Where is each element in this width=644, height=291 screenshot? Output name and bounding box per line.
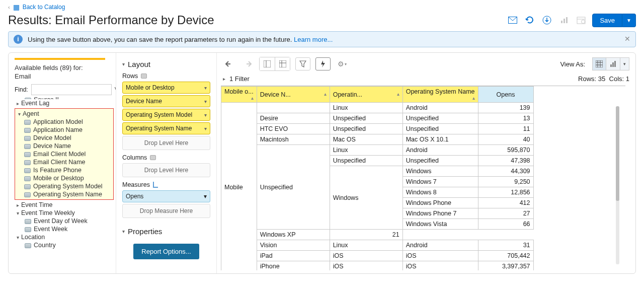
measure-icon [153, 182, 158, 188]
tree-item[interactable]: Country [15, 241, 114, 249]
tree-item[interactable]: Email Client Name [15, 158, 113, 166]
row-header: iOS [403, 261, 478, 271]
tree-item[interactable]: Event Time Weekly [15, 209, 114, 217]
redo-icon[interactable] [241, 57, 254, 70]
tree-item[interactable]: Device Model [15, 134, 113, 142]
tree-item[interactable]: Operating System Model [15, 182, 113, 190]
gear-icon[interactable]: ⚙▾ [336, 57, 349, 70]
info-banner: i Using the save button above, you can s… [8, 31, 636, 47]
row-header: Mac OS X 10.1 [403, 134, 478, 145]
drop-col-level[interactable]: Drop Level Here [122, 163, 210, 177]
drop-measure[interactable]: Drop Measure Here [122, 204, 210, 218]
scrollbar[interactable] [616, 106, 619, 264]
svg-rect-18 [610, 64, 612, 67]
tree-item[interactable]: Event Week [15, 225, 114, 233]
table-row: iPhoneiOSiOS3,397,357 [221, 261, 534, 271]
column-header[interactable]: Device N...▴ [257, 87, 330, 103]
table-row: HTC EVOUnspecifiedUnspecified11 [221, 124, 534, 134]
layout-header[interactable]: ▾ Layout [122, 60, 210, 68]
cell-value: 47,398 [478, 156, 533, 166]
row-header: Unspecified [330, 113, 403, 124]
cell-value: 9,250 [478, 177, 533, 187]
row-header: Linux [330, 103, 403, 113]
tree-item[interactable]: Event Lag [15, 99, 114, 107]
close-icon[interactable]: ✕ [624, 35, 630, 43]
tree-item[interactable]: Mobile or Desktop [15, 174, 113, 182]
row-header: Mobile [221, 103, 257, 271]
schedule-icon[interactable] [575, 14, 587, 26]
tree-item[interactable]: Email Client Model [15, 150, 113, 158]
column-header[interactable]: Opens [478, 87, 533, 103]
cell-value: 705,442 [478, 251, 533, 261]
row-header: Windows Phone [403, 198, 478, 208]
drop-level[interactable]: Drop Level Here [122, 136, 210, 150]
tree-item[interactable]: Is Feature Phone [15, 166, 113, 174]
row-header: iPhone [257, 261, 330, 271]
row-header: Windows XP [257, 230, 330, 240]
back-chevron-icon: ‹ [8, 4, 10, 10]
layout-cols-icon[interactable] [260, 57, 275, 70]
row-header: Vision [257, 240, 330, 251]
fields-tree[interactable]: Source IIEvent Lag Agent Application Mod… [15, 97, 114, 268]
layout-rows-icon[interactable] [275, 57, 290, 70]
column-header[interactable]: Operatin...▴ [330, 87, 403, 103]
tree-item[interactable]: Operating System Name [15, 190, 113, 198]
learn-more-link[interactable]: Learn more... [294, 36, 333, 43]
back-to-catalog-link[interactable]: Back to Catalog [23, 4, 65, 11]
filter-count[interactable]: 1 Filter [229, 75, 250, 83]
row-level-chip[interactable]: Mobile or Desktop▾ [122, 82, 210, 94]
caret-icon: ▾ [122, 229, 125, 234]
column-header[interactable]: Operating System Name▴ [403, 87, 478, 103]
row-header: Mac OS [330, 134, 403, 145]
tree-item[interactable]: Application Name [15, 126, 113, 134]
cell-value: 27 [478, 208, 533, 219]
row-level-chip[interactable]: Operating System Model▾ [122, 109, 210, 121]
undo-icon[interactable] [223, 57, 236, 70]
row-header: Unspecified [257, 145, 330, 230]
cell-value: 44,309 [478, 166, 533, 177]
table-row: MobileLinuxAndroid139 [221, 103, 534, 113]
table-row: UnspecifiedLinuxAndroid595,870 [221, 145, 534, 156]
cell-value: 3,397,357 [478, 261, 533, 271]
row-header: iOS [403, 251, 478, 261]
filter-caret[interactable]: ▸ [223, 76, 225, 82]
email-icon[interactable] [507, 14, 519, 26]
chart-icon[interactable] [558, 14, 570, 26]
measure-chip[interactable]: Opens▾ [122, 190, 210, 202]
catalog-icon: ▦ [13, 3, 20, 11]
row-level-chip[interactable]: Device Name▾ [122, 95, 210, 107]
filter-icon[interactable] [295, 57, 310, 70]
tree-agent[interactable]: Agent [15, 110, 113, 118]
agent-group: Agent Application ModelApplication NameD… [15, 108, 114, 200]
cell-value: 595,870 [478, 145, 533, 156]
report-options-button[interactable]: Report Options... [133, 244, 199, 259]
table-row: DesireUnspecifiedUnspecified13 [221, 113, 534, 124]
find-input[interactable] [31, 84, 112, 95]
properties-header[interactable]: ▾ Properties [122, 227, 210, 236]
svg-rect-5 [577, 17, 585, 24]
row-header: Linux [330, 240, 403, 251]
auto-refresh-icon[interactable] [315, 57, 331, 70]
row-header: Macintosh [257, 134, 330, 145]
svg-rect-8 [264, 60, 271, 67]
tree-item[interactable]: Application Model [15, 118, 113, 126]
tree-item[interactable]: Event Day of Week [15, 217, 114, 225]
tree-item[interactable]: Location [15, 233, 114, 241]
viewas-table-icon[interactable] [592, 57, 606, 70]
refresh-icon[interactable] [524, 14, 536, 26]
row-header: Windows Phone 7 [403, 208, 478, 219]
row-header [257, 103, 330, 113]
table-row: MacintoshMac OSMac OS X 10.140 [221, 134, 534, 145]
svg-rect-4 [566, 17, 568, 23]
row-level-chip[interactable]: Operating System Name▾ [122, 122, 210, 134]
row-header: iOS [330, 261, 403, 271]
tree-item[interactable]: Device Name [15, 142, 113, 150]
save-dropdown[interactable]: ▼ [622, 14, 636, 27]
cell-value: 21 [330, 230, 403, 240]
save-button[interactable]: Save [592, 14, 622, 27]
column-header[interactable]: Mobile o...▴ [221, 87, 257, 103]
viewas-chart-icon[interactable] [606, 57, 620, 70]
viewas-dropdown[interactable]: ▾ [620, 57, 629, 70]
download-icon[interactable] [541, 14, 553, 26]
tree-item[interactable]: Event Time [15, 201, 114, 209]
